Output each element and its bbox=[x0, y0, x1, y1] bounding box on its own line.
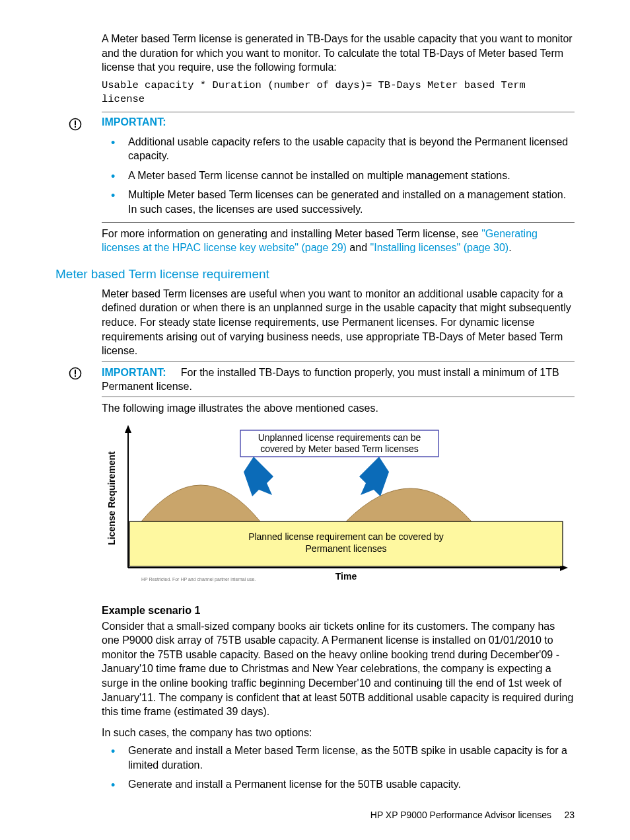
example-paragraph-1: Consider that a small-sized company book… bbox=[102, 619, 575, 719]
text: For more information on generating and i… bbox=[102, 228, 481, 239]
text: and bbox=[347, 242, 370, 253]
footer-title: HP XP P9000 Performance Advisor licenses bbox=[370, 810, 551, 820]
example-paragraph-2: In such cases, the company has two optio… bbox=[102, 726, 575, 740]
diagram-ylabel: License Requirement bbox=[106, 451, 117, 545]
important-label: IMPORTANT: bbox=[102, 116, 166, 128]
svg-rect-5 bbox=[75, 375, 76, 377]
divider bbox=[102, 361, 575, 362]
list-item: Additional usable capacity refers to the… bbox=[128, 135, 575, 163]
svg-marker-7 bbox=[125, 425, 131, 433]
divider bbox=[102, 222, 575, 223]
diagram-callout-top-line1: Unplanned license requirements can be bbox=[258, 432, 421, 443]
diagram-callout-bottom-line1: Planned license requirement can be cover… bbox=[248, 531, 444, 542]
important-label: IMPORTANT: bbox=[102, 367, 166, 378]
svg-rect-4 bbox=[75, 369, 76, 374]
page: A Meter based Term license is generated … bbox=[0, 0, 630, 840]
section-heading-meter-requirement: Meter based Term license requirement bbox=[55, 267, 575, 282]
svg-rect-2 bbox=[75, 126, 76, 128]
list-item: Generate and install a Meter based Term … bbox=[128, 744, 575, 772]
link-installing-licenses[interactable]: "Installing licenses" (page 30) bbox=[370, 242, 509, 253]
example-options-list: Generate and install a Meter based Term … bbox=[102, 744, 575, 792]
divider bbox=[102, 397, 575, 397]
list-item: Multiple Meter based Term licenses can b… bbox=[128, 188, 575, 216]
divider bbox=[102, 112, 575, 112]
license-requirement-diagram: Unplanned license requirements can be co… bbox=[102, 422, 571, 597]
diagram-callout-top-line2: covered by Meter based Term licenses bbox=[260, 443, 418, 454]
intro-paragraph: A Meter based Term license is generated … bbox=[102, 32, 575, 75]
text: . bbox=[508, 242, 511, 253]
diagram-callout-bottom-line2: Permanent licenses bbox=[306, 543, 387, 554]
page-footer: HP XP P9000 Performance Advisor licenses… bbox=[370, 810, 575, 820]
svg-rect-1 bbox=[75, 120, 76, 125]
footer-page-number: 23 bbox=[564, 810, 575, 820]
important-icon bbox=[69, 365, 102, 380]
important-icon bbox=[69, 116, 102, 131]
illustration-intro: The following image illustrates the abov… bbox=[102, 401, 575, 416]
important-1-list: Additional usable capacity refers to the… bbox=[102, 135, 575, 217]
diagram-xlabel: Time bbox=[335, 571, 357, 582]
formula-code: Usable capacity * Duration (number of da… bbox=[102, 79, 575, 106]
more-info-paragraph: For more information on generating and i… bbox=[102, 227, 575, 255]
section-paragraph: Meter based Term licenses are useful whe… bbox=[102, 287, 575, 358]
important-block-1: IMPORTANT: bbox=[69, 116, 575, 131]
list-item: A Meter based Term license cannot be ins… bbox=[128, 169, 575, 183]
example-heading: Example scenario 1 bbox=[102, 605, 575, 617]
svg-marker-12 bbox=[244, 457, 273, 496]
list-item: Generate and install a Permanent license… bbox=[128, 777, 575, 792]
svg-marker-13 bbox=[359, 457, 389, 496]
diagram-footnote: HP Restricted. For HP and channel partne… bbox=[141, 577, 256, 582]
important-block-2: IMPORTANT: For the installed TB-Days to … bbox=[69, 365, 575, 394]
